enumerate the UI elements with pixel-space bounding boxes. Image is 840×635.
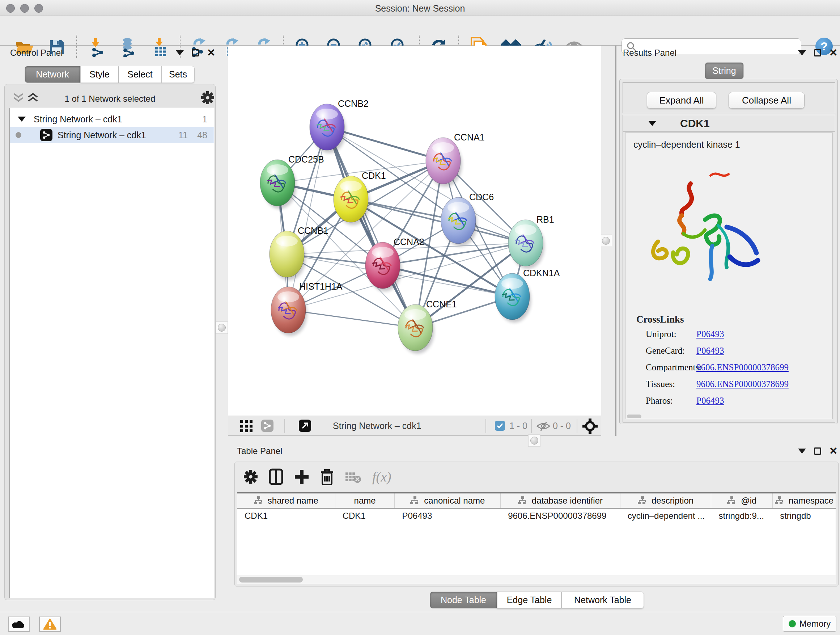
control-panel-menu-button[interactable] bbox=[176, 50, 184, 55]
table-horizontal-scrollbar[interactable] bbox=[237, 575, 836, 584]
mini-scrollbar[interactable] bbox=[627, 415, 641, 418]
column-header-database-identifier[interactable]: database identifier bbox=[501, 494, 621, 508]
control-panel-float-button[interactable] bbox=[192, 49, 199, 57]
tab-edge-table[interactable]: Edge Table bbox=[497, 592, 561, 608]
trash-icon[interactable] bbox=[320, 469, 334, 485]
status-bar: Memory bbox=[0, 612, 840, 635]
warning-icon bbox=[43, 618, 57, 630]
window-title: Session: New Session bbox=[0, 3, 840, 14]
shared-column-icon bbox=[727, 496, 737, 505]
import-network-database-button[interactable] bbox=[118, 37, 139, 57]
shared-column-icon bbox=[518, 496, 527, 505]
string-network-icon bbox=[40, 129, 52, 141]
gene-expander-icon[interactable] bbox=[648, 121, 656, 126]
table-toolbar: f(x) bbox=[235, 462, 838, 492]
network-node-hist1h1a[interactable]: HIST1H1A bbox=[271, 281, 343, 333]
memory-button[interactable]: Memory bbox=[783, 616, 836, 632]
delete-table-icon-disabled bbox=[345, 470, 362, 483]
left-splitter[interactable] bbox=[217, 46, 226, 612]
crosslink-link[interactable]: 9606.ENSP00000378699 bbox=[696, 363, 789, 372]
horizontal-splitter[interactable] bbox=[228, 436, 601, 445]
import-table-icon bbox=[152, 37, 169, 57]
network-node-ccne1[interactable]: CCNE1 bbox=[398, 299, 457, 351]
crosslink-link[interactable]: P06493 bbox=[696, 346, 724, 356]
edge-count: 48 bbox=[197, 130, 207, 141]
scrollbar-thumb[interactable] bbox=[239, 577, 303, 583]
crosslink-label: Compartments: bbox=[646, 363, 701, 372]
add-column-icon[interactable] bbox=[269, 469, 283, 485]
collapse-all-button[interactable]: Collapse All bbox=[729, 92, 805, 109]
selected-counts: 1 - 0 bbox=[509, 421, 527, 431]
tab-select[interactable]: Select bbox=[118, 66, 161, 83]
plus-icon[interactable] bbox=[294, 469, 309, 485]
gene-description: cyclin–dependent kinase 1 bbox=[633, 139, 740, 150]
table-header-row: shared name name canonical name database… bbox=[237, 494, 836, 509]
tab-network-table[interactable]: Network Table bbox=[561, 592, 644, 608]
shared-column-icon bbox=[410, 496, 420, 505]
gear-icon[interactable] bbox=[201, 91, 215, 105]
string-view-icon[interactable] bbox=[261, 420, 273, 432]
node-label-cdc6: CDC6 bbox=[469, 192, 494, 202]
results-panel-menu-button[interactable] bbox=[798, 50, 806, 55]
crosslink-link[interactable]: P06493 bbox=[696, 329, 724, 339]
column-header-namespace[interactable]: namespace bbox=[773, 494, 836, 508]
control-panel-close-button[interactable]: ✕ bbox=[207, 49, 215, 57]
birds-eye-view-icon[interactable] bbox=[240, 420, 253, 432]
column-header-shared-name[interactable]: shared name bbox=[237, 494, 335, 508]
control-panel-title: Control Panel bbox=[10, 48, 63, 58]
table-row[interactable]: CDK1 CDK1 P06493 9606.ENSP00000378699 cy… bbox=[237, 509, 836, 523]
memory-status-dot bbox=[789, 620, 796, 627]
open-in-new-window-icon[interactable] bbox=[299, 420, 311, 432]
column-header-name[interactable]: name bbox=[335, 494, 395, 508]
column-header-id[interactable]: @id bbox=[711, 494, 773, 508]
crosslink-link[interactable]: 9606.ENSP00000378699 bbox=[696, 379, 789, 389]
tab-node-table[interactable]: Node Table bbox=[430, 592, 497, 608]
warnings-button[interactable] bbox=[39, 616, 61, 632]
network-node-ccnb1[interactable]: CCNB1 bbox=[270, 226, 328, 277]
import-table-button[interactable] bbox=[150, 37, 171, 57]
tab-string[interactable]: String bbox=[705, 62, 744, 79]
table-box: f(x) shared name name canonical name bbox=[234, 462, 838, 586]
import-network-file-button[interactable] bbox=[88, 37, 108, 57]
results-panel-close-button[interactable]: ✕ bbox=[829, 49, 837, 57]
selected-checkbox[interactable] bbox=[495, 421, 505, 431]
right-splitter[interactable] bbox=[602, 46, 616, 436]
network-edge-hist1h1a-ccne1[interactable] bbox=[288, 310, 415, 328]
gene-content: cyclin–dependent kinase 1 bbox=[625, 133, 833, 419]
table-panel-close-button[interactable]: ✕ bbox=[829, 448, 837, 455]
network-row[interactable]: String Network – cdk1 11 48 bbox=[10, 127, 214, 143]
footer-divider bbox=[485, 419, 486, 433]
crosshair-icon[interactable] bbox=[583, 418, 598, 434]
network-label: String Network – cdk1 bbox=[57, 130, 146, 141]
cloud-button[interactable] bbox=[8, 616, 30, 632]
network-view-toolbar: String Network – cdk1 1 - 0 0 - 0 bbox=[228, 416, 601, 435]
table-panel-float-button[interactable] bbox=[814, 448, 821, 455]
network-node-ccnb2[interactable]: CCNB2 bbox=[309, 98, 369, 150]
crosslink-label: Tissues: bbox=[646, 379, 675, 389]
tab-style[interactable]: Style bbox=[80, 66, 118, 83]
collection-expander-icon[interactable] bbox=[18, 117, 26, 122]
network-collection-row[interactable]: String Network – cdk1 1 bbox=[10, 111, 214, 127]
crosslink-label: Pharos: bbox=[646, 396, 673, 406]
table-panel-menu-button[interactable] bbox=[798, 448, 806, 454]
results-panel-title: Results Panel bbox=[623, 48, 676, 58]
network-node-ccna1[interactable]: CCNA1 bbox=[426, 132, 485, 184]
node-label-ccna2: CCNA2 bbox=[393, 237, 424, 247]
network-canvas[interactable]: CCNB2CCNA1CDC25BCDK1CDC6RB1CCNB1CCNA2CDK… bbox=[228, 46, 601, 416]
collection-label: String Network – cdk1 bbox=[34, 114, 122, 125]
column-header-canonical-name[interactable]: canonical name bbox=[395, 494, 501, 508]
collection-count: 1 bbox=[202, 114, 207, 125]
node-label-cdkn1a: CDKN1A bbox=[523, 268, 560, 278]
cloud-icon bbox=[12, 619, 26, 629]
network-node-rb1[interactable]: RB1 bbox=[508, 214, 554, 266]
tab-sets[interactable]: Sets bbox=[161, 66, 195, 83]
expand-all-button[interactable]: Expand All bbox=[647, 92, 716, 109]
table-gear-icon[interactable] bbox=[243, 470, 258, 484]
column-header-description[interactable]: description bbox=[621, 494, 712, 508]
tab-network[interactable]: Network bbox=[25, 66, 80, 83]
gene-header[interactable]: CDK1 bbox=[623, 115, 835, 132]
results-panel-float-button[interactable] bbox=[814, 49, 821, 57]
network-node-cdc6[interactable]: CDC6 bbox=[441, 192, 494, 244]
crosslink-link[interactable]: P06493 bbox=[696, 396, 724, 406]
network-edge-ccnb2-ccne1[interactable] bbox=[327, 127, 415, 328]
